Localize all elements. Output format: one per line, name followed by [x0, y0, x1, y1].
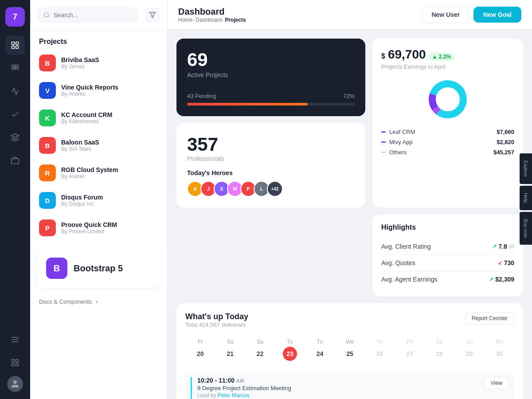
search-box[interactable] — [37, 7, 138, 23]
project-info: Proove Quick CRM By Proove Limited — [61, 221, 158, 235]
buy-now-tab[interactable]: Buy now — [520, 212, 532, 245]
user-avatar[interactable] — [7, 376, 23, 392]
project-by: By James — [61, 63, 158, 70]
project-by: By Proove Limited — [61, 228, 158, 235]
highlight-row: Avg. Quotes ↙ 730 — [381, 255, 514, 271]
donut-chart — [381, 77, 514, 121]
nav-icon-grid[interactable] — [5, 59, 25, 78]
project-item-baloon[interactable]: B Baloon SaaS By SIA Team — [30, 132, 167, 159]
project-item-proove[interactable]: P Proove Quick CRM By Proove Limited — [30, 214, 167, 242]
project-name: Disqus Forum — [61, 194, 158, 201]
cal-day-num: 24 — [313, 347, 327, 361]
event-lead-link[interactable]: Peter Marcus — [218, 392, 249, 399]
nav-avatar[interactable]: 7 — [5, 7, 25, 27]
cal-day-num: 25 — [343, 347, 357, 361]
progress-bar — [187, 103, 355, 106]
cal-day[interactable]: Fr 20 — [185, 335, 215, 364]
project-name: RGB Cloud System — [61, 166, 158, 173]
svg-rect-15 — [12, 364, 15, 366]
nav-icon-grid2[interactable] — [5, 353, 25, 372]
cal-day[interactable]: Sa 28 — [425, 335, 454, 364]
cal-day-num: 23 — [283, 347, 297, 361]
svg-marker-19 — [149, 12, 155, 18]
docs-link[interactable]: Docs & Components — [30, 295, 167, 309]
calendar-card: What's up Today Total 424,567 deliveries… — [176, 303, 523, 399]
projects-label: Projects — [30, 31, 167, 49]
cal-day[interactable]: Sa 21 — [215, 335, 245, 364]
highlights-title: Highlights — [381, 223, 514, 231]
nav-icon-dashboard[interactable] — [5, 35, 25, 55]
cal-day-name: Su — [456, 339, 482, 345]
legend-item: Leaf CRM $7,660 — [381, 129, 514, 135]
cal-day-name: We — [336, 339, 363, 345]
project-info: RGB Cloud System By Andrei — [61, 166, 158, 180]
new-user-button[interactable]: New User — [422, 6, 469, 23]
active-projects-card: 69 Active Projects 43 Pending 72% — [176, 39, 365, 116]
nav-icon-menu[interactable] — [5, 330, 25, 349]
svg-rect-6 — [12, 67, 15, 69]
calendar-header: What's up Today Total 424,567 deliveries… — [185, 312, 514, 328]
event-view-button[interactable]: View — [484, 377, 509, 389]
cal-day[interactable]: Tu 23 — [275, 335, 305, 364]
nav-icon-briefcase[interactable] — [5, 151, 25, 170]
earnings-badge: ▲ 2.2% — [429, 53, 455, 61]
event-time: 10:20 - 11:00 AM — [197, 377, 479, 384]
help-tab[interactable]: Help — [520, 186, 532, 210]
explore-tab[interactable]: Explore — [520, 153, 532, 184]
project-item-rgb[interactable]: R RGB Cloud System By Andrei — [30, 159, 167, 187]
filter-button[interactable] — [145, 8, 160, 23]
cal-day[interactable]: Fri 27 — [395, 335, 424, 364]
cal-day[interactable]: Su 22 — [245, 335, 275, 364]
project-item-briviba[interactable]: B Briviba SaaS By James — [30, 49, 167, 77]
project-item-vine[interactable]: V Vine Quick Reports By Andres — [30, 77, 167, 104]
project-icon: B — [39, 137, 56, 154]
search-input[interactable] — [53, 12, 132, 19]
svg-rect-5 — [16, 65, 19, 67]
svg-rect-1 — [16, 42, 19, 45]
pending-label: 43 Pending — [187, 93, 216, 99]
project-name: Baloon SaaS — [61, 139, 158, 146]
svg-line-18 — [48, 16, 49, 18]
cal-day-num: 21 — [223, 347, 237, 361]
highlight-label: Avg. Agent Earnings — [381, 276, 438, 283]
project-by: By Keenthemes — [61, 118, 158, 125]
new-goal-button[interactable]: New Goal — [473, 7, 521, 23]
earnings-card: $ 69,700 ▲ 2.2% Projects Earnings in Apr… — [372, 39, 523, 207]
nav-icon-layers[interactable] — [5, 128, 25, 147]
breadcrumb: Home- Dashboard- Projects — [178, 17, 246, 23]
event-card: 10:20 - 11:00 AM 9 Degree Project Estima… — [185, 372, 514, 399]
legend-amount: $7,660 — [497, 129, 514, 135]
project-info: Baloon SaaS By SIA Team — [61, 139, 158, 152]
cal-day[interactable]: Su 29 — [454, 335, 484, 364]
active-label: Active Projects — [187, 71, 355, 78]
nav-icon-check[interactable] — [5, 105, 25, 124]
project-by: By Andrei — [61, 173, 158, 180]
header-left: Dashboard Home- Dashboard- Projects — [178, 7, 246, 23]
cal-day[interactable]: Tu 24 — [305, 335, 335, 364]
event-lead: Lead by Peter Marcus — [197, 392, 479, 399]
header-actions: New User New Goal — [422, 6, 521, 23]
avatar-row: AJSMPL+42 — [187, 181, 355, 197]
filter-icon — [149, 12, 156, 19]
event-bar — [191, 377, 192, 399]
project-name: Vine Quick Reports — [61, 84, 158, 91]
cal-day-name: Fr — [187, 339, 213, 345]
cal-day[interactable]: Th 26 — [365, 335, 395, 364]
svg-marker-8 — [12, 134, 19, 137]
legend-left: Leaf CRM — [381, 129, 415, 135]
event-info: 10:20 - 11:00 AM 9 Degree Project Estima… — [197, 377, 479, 399]
professionals-card: 357 Professionals Today's Heroes AJSMPL+… — [176, 123, 365, 207]
report-center-button[interactable]: Report Cecnter — [465, 312, 514, 325]
calendar-subtitle: Total 424,567 deliveries — [185, 321, 248, 328]
project-item-disqus[interactable]: D Disqus Forum By Disqus Inc. — [30, 187, 167, 214]
heroes-label: Today's Heroes — [187, 169, 355, 176]
project-by: By Andres — [61, 91, 158, 97]
page-title: Dashboard — [178, 7, 246, 17]
bootstrap-icon: B — [46, 258, 67, 279]
cal-day[interactable]: Mo 30 — [485, 335, 514, 364]
project-icon: K — [39, 110, 56, 126]
nav-icon-chart[interactable] — [5, 82, 25, 101]
project-item-kc[interactable]: K KC Account CRM By Keenthemes — [30, 104, 167, 132]
cal-day[interactable]: We 25 — [335, 335, 364, 364]
highlights-card: Highlights Avg. Client Rating ↗ 7.8 10 A… — [372, 215, 523, 296]
